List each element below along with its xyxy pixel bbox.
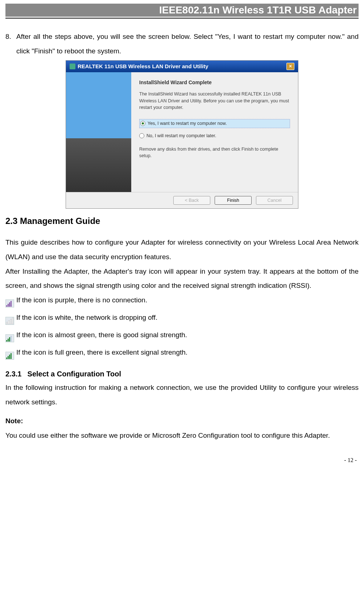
cancel-button[interactable]: Cancel	[256, 196, 293, 205]
installer-heading: InstallShield Wizard Complete	[139, 79, 290, 86]
icon-row-green2: If the icon is full green, there is exce…	[5, 345, 359, 360]
installer-titlebar: REALTEK 11n USB Wireless LAN Driver and …	[66, 61, 298, 72]
section-2-3-1-title: Select a Configuration Tool	[28, 370, 121, 378]
back-button[interactable]: < Back	[173, 196, 210, 205]
radio-restart-later[interactable]: No, I will restart my computer later.	[139, 132, 290, 139]
radio-restart-later-label: No, I will restart my computer later.	[146, 132, 216, 139]
note-label: Note:	[5, 414, 359, 428]
header-underline	[5, 18, 359, 19]
icon-white-text: If the icon is white, the network is dro…	[16, 310, 157, 325]
signal-icon-full-green	[5, 352, 14, 360]
section-2-3-1-p1: In the following instruction for making …	[5, 380, 359, 409]
signal-icon-almost-green	[5, 334, 14, 342]
section-2-3-1-heading: 2.3.1 Select a Configuration Tool	[5, 370, 359, 378]
close-icon[interactable]: ×	[286, 63, 294, 70]
icon-row-purple: If the icon is purple, there is no conne…	[5, 293, 359, 307]
signal-icon-white	[5, 317, 14, 325]
section-2-3-p1: This guide describes how to configure yo…	[5, 235, 359, 264]
signal-icon-purple	[5, 299, 14, 307]
icon-row-white: If the icon is white, the network is dro…	[5, 310, 359, 325]
doc-header: IEEE802.11n Wireless 1T1R USB Adapter	[5, 4, 359, 17]
step-8: 8. After all the steps above, you will s…	[5, 29, 359, 58]
page-number: - 12 -	[5, 457, 359, 464]
section-2-3-p2: After Installing the Adapter, the Adapte…	[5, 264, 359, 293]
finish-button[interactable]: Finish	[215, 196, 252, 205]
installer-screenshot: REALTEK 11n USB Wireless LAN Driver and …	[66, 60, 298, 209]
step-text: After all the steps above, you will see …	[16, 29, 359, 58]
radio-icon-selected	[140, 121, 145, 126]
section-2-3-1-num: 2.3.1	[5, 370, 25, 378]
icon-row-green1: If the icon is almost green, there is go…	[5, 328, 359, 342]
installer-paragraph: The InstallShield Wizard has successfull…	[139, 91, 290, 111]
installer-remove-disks: Remove any disks from their drives, and …	[139, 146, 290, 160]
note-text: You could use either the software we pro…	[5, 428, 359, 443]
radio-restart-now[interactable]: Yes, I want to restart my computer now.	[139, 119, 290, 128]
section-2-3-heading: 2.3 Management Guide	[5, 216, 359, 226]
installer-footer: < Back Finish Cancel	[66, 192, 298, 208]
step-number: 8.	[5, 29, 16, 58]
icon-purple-text: If the icon is purple, there is no conne…	[16, 293, 147, 307]
installer-sidebar-graphic	[66, 72, 131, 192]
icon-green1-text: If the icon is almost green, there is go…	[16, 328, 187, 342]
installer-app-icon	[70, 64, 75, 69]
radio-restart-now-label: Yes, I want to restart my computer now.	[148, 120, 227, 127]
radio-icon	[139, 133, 144, 138]
installer-title: REALTEK 11n USB Wireless LAN Driver and …	[78, 63, 208, 69]
icon-green2-text: If the icon is full green, there is exce…	[16, 345, 187, 360]
